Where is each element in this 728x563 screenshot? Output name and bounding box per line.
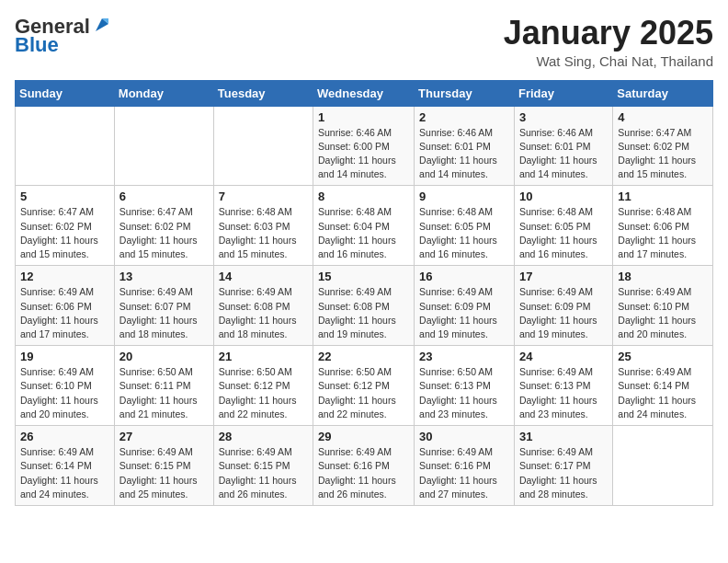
calendar-cell: 13Sunrise: 6:49 AM Sunset: 6:07 PM Dayli…: [114, 266, 213, 346]
calendar-cell: 16Sunrise: 6:49 AM Sunset: 6:09 PM Dayli…: [415, 266, 515, 346]
day-number: 31: [519, 430, 608, 443]
day-info: Sunrise: 6:49 AM Sunset: 6:08 PM Dayligh…: [318, 285, 409, 341]
day-number: 21: [219, 350, 308, 363]
weekday-header-monday: Monday: [114, 80, 213, 106]
day-info: Sunrise: 6:48 AM Sunset: 6:05 PM Dayligh…: [519, 205, 608, 261]
calendar-cell: 17Sunrise: 6:49 AM Sunset: 6:09 PM Dayli…: [514, 266, 612, 346]
day-info: Sunrise: 6:48 AM Sunset: 6:05 PM Dayligh…: [419, 205, 509, 261]
day-number: 11: [618, 190, 708, 203]
day-number: 13: [119, 270, 209, 283]
day-info: Sunrise: 6:49 AM Sunset: 6:13 PM Dayligh…: [519, 365, 608, 421]
day-number: 17: [519, 270, 608, 283]
calendar-cell: 8Sunrise: 6:48 AM Sunset: 6:04 PM Daylig…: [313, 186, 415, 266]
logo-icon: [92, 15, 112, 35]
calendar-cell: [213, 106, 313, 186]
day-number: 7: [219, 190, 308, 203]
calendar-cell: 2Sunrise: 6:46 AM Sunset: 6:01 PM Daylig…: [415, 106, 515, 186]
calendar-cell: 1Sunrise: 6:46 AM Sunset: 6:00 PM Daylig…: [313, 106, 415, 186]
calendar-cell: 18Sunrise: 6:49 AM Sunset: 6:10 PM Dayli…: [613, 266, 713, 346]
calendar-cell: 19Sunrise: 6:49 AM Sunset: 6:10 PM Dayli…: [16, 346, 115, 426]
day-info: Sunrise: 6:47 AM Sunset: 6:02 PM Dayligh…: [119, 205, 209, 261]
day-info: Sunrise: 6:50 AM Sunset: 6:13 PM Dayligh…: [419, 365, 509, 421]
day-number: 14: [219, 270, 308, 283]
calendar-cell: 11Sunrise: 6:48 AM Sunset: 6:06 PM Dayli…: [613, 186, 713, 266]
day-info: Sunrise: 6:49 AM Sunset: 6:09 PM Dayligh…: [519, 285, 608, 341]
calendar-cell: 14Sunrise: 6:49 AM Sunset: 6:08 PM Dayli…: [213, 266, 313, 346]
page-header: General Blue January 2025 Wat Sing, Chai…: [15, 15, 713, 69]
day-number: 9: [419, 190, 509, 203]
logo-blue: Blue: [15, 33, 59, 57]
day-number: 1: [318, 110, 409, 124]
day-info: Sunrise: 6:49 AM Sunset: 6:14 PM Dayligh…: [618, 365, 708, 421]
month-title: January 2025: [504, 15, 713, 52]
day-number: 6: [119, 190, 209, 203]
day-info: Sunrise: 6:49 AM Sunset: 6:10 PM Dayligh…: [20, 365, 109, 421]
calendar-cell: [16, 106, 115, 186]
day-number: 25: [618, 350, 708, 363]
calendar-cell: [613, 426, 713, 506]
day-number: 19: [20, 350, 109, 363]
calendar-cell: 31Sunrise: 6:49 AM Sunset: 6:17 PM Dayli…: [514, 426, 612, 506]
calendar-cell: 20Sunrise: 6:50 AM Sunset: 6:11 PM Dayli…: [114, 346, 213, 426]
title-block: January 2025 Wat Sing, Chai Nat, Thailan…: [504, 15, 713, 69]
calendar-cell: 3Sunrise: 6:46 AM Sunset: 6:01 PM Daylig…: [514, 106, 612, 186]
day-number: 23: [419, 350, 509, 363]
day-number: 20: [119, 350, 209, 363]
calendar-cell: 25Sunrise: 6:49 AM Sunset: 6:14 PM Dayli…: [613, 346, 713, 426]
weekday-header-tuesday: Tuesday: [213, 80, 313, 106]
day-info: Sunrise: 6:48 AM Sunset: 6:04 PM Dayligh…: [318, 205, 409, 261]
day-number: 16: [419, 270, 509, 283]
weekday-header-saturday: Saturday: [613, 80, 713, 106]
day-number: 5: [20, 190, 109, 203]
day-info: Sunrise: 6:49 AM Sunset: 6:16 PM Dayligh…: [318, 445, 409, 501]
calendar-cell: 12Sunrise: 6:49 AM Sunset: 6:06 PM Dayli…: [16, 266, 115, 346]
day-info: Sunrise: 6:46 AM Sunset: 6:01 PM Dayligh…: [419, 126, 509, 182]
day-number: 18: [618, 270, 708, 283]
calendar-cell: 22Sunrise: 6:50 AM Sunset: 6:12 PM Dayli…: [313, 346, 415, 426]
logo: General Blue: [15, 15, 112, 57]
day-info: Sunrise: 6:46 AM Sunset: 6:01 PM Dayligh…: [519, 126, 608, 182]
day-number: 10: [519, 190, 608, 203]
calendar-table: SundayMondayTuesdayWednesdayThursdayFrid…: [15, 80, 713, 506]
day-number: 22: [318, 350, 409, 363]
day-info: Sunrise: 6:49 AM Sunset: 6:06 PM Dayligh…: [20, 285, 109, 341]
weekday-header-friday: Friday: [514, 80, 612, 106]
day-number: 8: [318, 190, 409, 203]
day-info: Sunrise: 6:50 AM Sunset: 6:12 PM Dayligh…: [219, 365, 308, 421]
calendar-cell: 6Sunrise: 6:47 AM Sunset: 6:02 PM Daylig…: [114, 186, 213, 266]
day-number: 4: [618, 110, 708, 124]
day-number: 2: [419, 110, 509, 124]
day-info: Sunrise: 6:49 AM Sunset: 6:15 PM Dayligh…: [219, 445, 308, 501]
day-number: 28: [219, 430, 308, 443]
calendar-cell: 9Sunrise: 6:48 AM Sunset: 6:05 PM Daylig…: [415, 186, 515, 266]
calendar-cell: 23Sunrise: 6:50 AM Sunset: 6:13 PM Dayli…: [415, 346, 515, 426]
day-number: 3: [519, 110, 608, 124]
calendar-cell: 5Sunrise: 6:47 AM Sunset: 6:02 PM Daylig…: [16, 186, 115, 266]
day-info: Sunrise: 6:47 AM Sunset: 6:02 PM Dayligh…: [20, 205, 109, 261]
calendar-cell: [114, 106, 213, 186]
day-info: Sunrise: 6:47 AM Sunset: 6:02 PM Dayligh…: [618, 126, 708, 182]
location-subtitle: Wat Sing, Chai Nat, Thailand: [504, 53, 713, 69]
day-info: Sunrise: 6:50 AM Sunset: 6:12 PM Dayligh…: [318, 365, 409, 421]
day-info: Sunrise: 6:49 AM Sunset: 6:08 PM Dayligh…: [219, 285, 308, 341]
day-info: Sunrise: 6:49 AM Sunset: 6:15 PM Dayligh…: [119, 445, 209, 501]
day-info: Sunrise: 6:49 AM Sunset: 6:17 PM Dayligh…: [519, 445, 608, 501]
day-number: 15: [318, 270, 409, 283]
calendar-cell: 27Sunrise: 6:49 AM Sunset: 6:15 PM Dayli…: [114, 426, 213, 506]
weekday-header-sunday: Sunday: [16, 80, 115, 106]
day-info: Sunrise: 6:46 AM Sunset: 6:00 PM Dayligh…: [318, 126, 409, 182]
weekday-header-wednesday: Wednesday: [313, 80, 415, 106]
day-info: Sunrise: 6:49 AM Sunset: 6:09 PM Dayligh…: [419, 285, 509, 341]
calendar-cell: 7Sunrise: 6:48 AM Sunset: 6:03 PM Daylig…: [213, 186, 313, 266]
weekday-header-thursday: Thursday: [415, 80, 515, 106]
day-number: 24: [519, 350, 608, 363]
day-info: Sunrise: 6:50 AM Sunset: 6:11 PM Dayligh…: [119, 365, 209, 421]
day-info: Sunrise: 6:49 AM Sunset: 6:07 PM Dayligh…: [119, 285, 209, 341]
day-number: 27: [119, 430, 209, 443]
calendar-cell: 4Sunrise: 6:47 AM Sunset: 6:02 PM Daylig…: [613, 106, 713, 186]
day-number: 12: [20, 270, 109, 283]
day-number: 30: [419, 430, 509, 443]
day-info: Sunrise: 6:48 AM Sunset: 6:06 PM Dayligh…: [618, 205, 708, 261]
day-number: 29: [318, 430, 409, 443]
calendar-cell: 29Sunrise: 6:49 AM Sunset: 6:16 PM Dayli…: [313, 426, 415, 506]
